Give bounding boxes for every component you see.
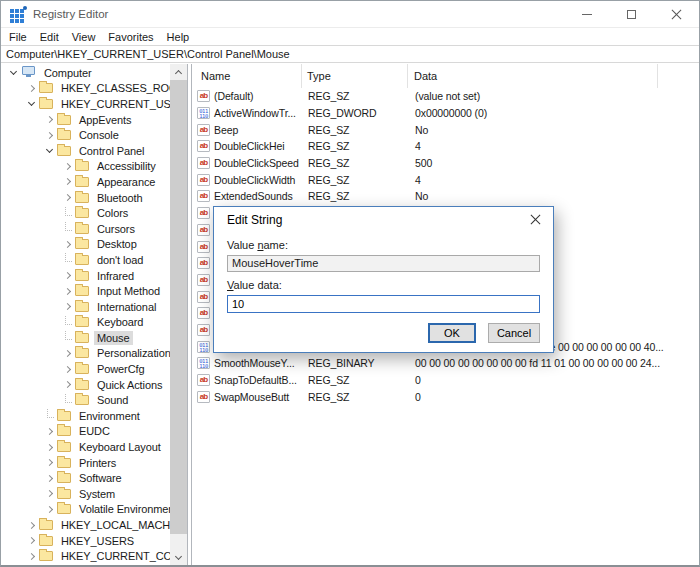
- tree-item[interactable]: Mouse: [1, 330, 170, 346]
- tree-item[interactable]: HKEY_USERS: [1, 533, 170, 549]
- tree-item-label: EUDC: [76, 424, 113, 438]
- tree-item[interactable]: HKEY_CURRENT_CONFIG: [1, 548, 170, 564]
- folder-icon: [57, 473, 71, 483]
- chevron-right-icon[interactable]: [59, 268, 75, 284]
- tree-item[interactable]: PowerCfg: [1, 361, 170, 377]
- tree-item[interactable]: EUDC: [1, 424, 170, 440]
- value-name: DoubleClickWidth: [214, 174, 295, 186]
- tree-item[interactable]: AppEvents: [1, 112, 170, 128]
- chevron-right-icon[interactable]: [41, 112, 57, 128]
- dialog-close-icon[interactable]: [530, 214, 541, 225]
- tree-item[interactable]: Volatile Environment: [1, 502, 170, 518]
- menu-file[interactable]: File: [9, 31, 27, 43]
- chevron-right-icon[interactable]: [59, 190, 75, 206]
- tree-item[interactable]: System: [1, 486, 170, 502]
- chevron-right-icon[interactable]: [41, 502, 57, 518]
- chevron-right-icon[interactable]: [59, 159, 75, 175]
- value-data-input[interactable]: [227, 295, 540, 313]
- tree-item[interactable]: Infrared: [1, 268, 170, 284]
- tree-item[interactable]: Keyboard Layout: [1, 439, 170, 455]
- chevron-right-icon[interactable]: [59, 283, 75, 299]
- column-header-name[interactable]: Name: [192, 64, 302, 88]
- tree-item[interactable]: Desktop: [1, 237, 170, 253]
- table-row[interactable]: BeepREG_SZNo: [192, 121, 699, 138]
- chevron-down-icon[interactable]: [41, 143, 57, 159]
- table-row[interactable]: SmoothMouseY...REG_BINARY00 00 00 00 00 …: [192, 355, 699, 372]
- tree-item[interactable]: Appearance: [1, 174, 170, 190]
- table-row[interactable]: DoubleClickWidthREG_SZ4: [192, 171, 699, 188]
- chevron-down-icon[interactable]: [5, 65, 21, 81]
- close-button[interactable]: [654, 1, 699, 28]
- table-row[interactable]: (Default)REG_SZ(value not set): [192, 88, 699, 105]
- column-header-type[interactable]: Type: [302, 64, 408, 88]
- tree-item[interactable]: International: [1, 299, 170, 315]
- tree-item[interactable]: Colors: [1, 205, 170, 221]
- chevron-right-icon[interactable]: [59, 174, 75, 190]
- tree-item-label: Environment: [76, 409, 143, 423]
- value-name-label: Value name:: [227, 239, 540, 251]
- menu-help[interactable]: Help: [167, 31, 190, 43]
- address-bar[interactable]: Computer\HKEY_CURRENT_USER\Control Panel…: [1, 47, 699, 63]
- chevron-right-icon[interactable]: [41, 455, 57, 471]
- table-row[interactable]: ActiveWindowTr...REG_DWORD0x00000000 (0): [192, 105, 699, 122]
- chevron-right-icon[interactable]: [59, 346, 75, 362]
- menu-edit[interactable]: Edit: [40, 31, 59, 43]
- tree-item[interactable]: Bluetooth: [1, 190, 170, 206]
- tree-item[interactable]: Sound: [1, 392, 170, 408]
- value-data-cell: No: [408, 190, 699, 202]
- tree-item[interactable]: HKEY_CLASSES_ROOT: [1, 81, 170, 97]
- tree-item[interactable]: Personalization: [1, 346, 170, 362]
- tree-item[interactable]: Software: [1, 470, 170, 486]
- cancel-button[interactable]: Cancel: [488, 323, 540, 343]
- scrollbar-thumb[interactable]: [170, 80, 187, 534]
- value-name-cell: DoubleClickSpeed: [192, 157, 302, 169]
- chevron-right-icon[interactable]: [59, 361, 75, 377]
- menu-favorites[interactable]: Favorites: [108, 31, 153, 43]
- tree-item[interactable]: Quick Actions: [1, 377, 170, 393]
- string-value-icon: [197, 207, 210, 219]
- chevron-right-icon[interactable]: [41, 439, 57, 455]
- chevron-right-icon[interactable]: [59, 237, 75, 253]
- minimize-button[interactable]: [564, 1, 609, 28]
- tree-item[interactable]: HKEY_LOCAL_MACHINE: [1, 517, 170, 533]
- tree-item[interactable]: HKEY_CURRENT_USER: [1, 96, 170, 112]
- tree-item[interactable]: Environment: [1, 408, 170, 424]
- value-name-cell: ActiveWindowTr...: [192, 107, 302, 119]
- chevron-right-icon[interactable]: [23, 533, 39, 549]
- chevron-right-icon[interactable]: [41, 424, 57, 440]
- string-value-icon: [197, 90, 210, 102]
- chevron-right-icon[interactable]: [23, 517, 39, 533]
- maximize-button[interactable]: [609, 1, 654, 28]
- tree-item[interactable]: Cursors: [1, 221, 170, 237]
- chevron-right-icon[interactable]: [23, 548, 39, 564]
- scroll-down-button[interactable]: [170, 550, 187, 565]
- table-row[interactable]: DoubleClickSpeedREG_SZ500: [192, 155, 699, 172]
- table-row[interactable]: SwapMouseButtREG_SZ0: [192, 388, 699, 405]
- chevron-right-icon[interactable]: [41, 470, 57, 486]
- chevron-right-icon[interactable]: [41, 127, 57, 143]
- chevron-right-icon[interactable]: [41, 486, 57, 502]
- scroll-up-button[interactable]: [170, 64, 187, 79]
- table-row[interactable]: ExtendedSoundsREG_SZNo: [192, 188, 699, 205]
- tree-item[interactable]: Input Method: [1, 283, 170, 299]
- tree-item[interactable]: Computer: [1, 65, 170, 81]
- value-type-cell: REG_SZ: [302, 90, 408, 102]
- tree-item-label: Volatile Environment: [76, 502, 170, 516]
- menu-view[interactable]: View: [72, 31, 96, 43]
- tree-vertical-scrollbar[interactable]: [170, 64, 187, 565]
- table-row[interactable]: SnapToDefaultB...REG_SZ0: [192, 372, 699, 389]
- chevron-right-icon[interactable]: [23, 81, 39, 97]
- chevron-right-icon[interactable]: [59, 299, 75, 315]
- chevron-right-icon[interactable]: [59, 377, 75, 393]
- ok-button[interactable]: OK: [428, 323, 476, 343]
- tree-item[interactable]: Control Panel: [1, 143, 170, 159]
- tree-item[interactable]: Console: [1, 127, 170, 143]
- column-header-data[interactable]: Data: [408, 64, 658, 88]
- string-value-icon: [197, 374, 210, 386]
- tree-item[interactable]: Keyboard: [1, 315, 170, 331]
- chevron-down-icon[interactable]: [23, 96, 39, 112]
- tree-item[interactable]: don't load: [1, 252, 170, 268]
- tree-item[interactable]: Accessibility: [1, 159, 170, 175]
- tree-item[interactable]: Printers: [1, 455, 170, 471]
- table-row[interactable]: DoubleClickHeiREG_SZ4: [192, 138, 699, 155]
